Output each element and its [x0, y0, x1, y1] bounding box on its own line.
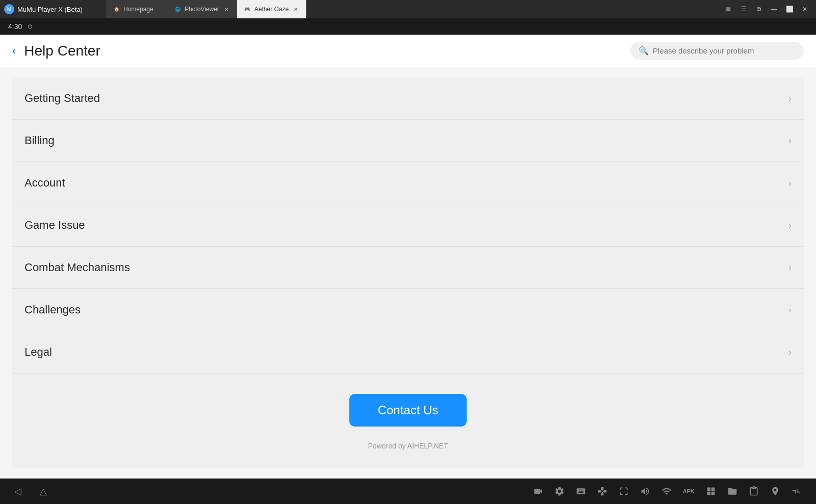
tab-label-photoviewer: PhotoViewer	[185, 6, 219, 13]
contact-us-button[interactable]: Contact Us	[349, 394, 467, 427]
search-input[interactable]	[653, 46, 796, 55]
bottom-tools: APK	[529, 483, 806, 499]
minimize-button[interactable]: —	[767, 2, 781, 16]
chevron-right-icon: ›	[788, 347, 792, 358]
main-content: ‹ Help Center 🔍 Getting Started › Billin…	[0, 35, 816, 479]
apk-icon[interactable]: APK	[679, 485, 699, 497]
chevron-right-icon: ›	[788, 262, 792, 273]
tab-homepage[interactable]: 🏠 Homepage	[106, 0, 167, 18]
menu-item-legal[interactable]: Legal ›	[12, 331, 804, 374]
location-icon[interactable]	[766, 483, 784, 499]
chevron-right-icon: ›	[788, 178, 792, 189]
tab-favicon-homepage: 🏠	[112, 5, 120, 13]
chevron-right-icon: ›	[788, 220, 792, 231]
titlebar: M MuMu Player X (Beta) 🏠 Homepage 🌐 Phot…	[0, 0, 816, 18]
tab-close-aether[interactable]: ✕	[292, 5, 300, 13]
contact-area: Contact Us	[12, 374, 804, 442]
clip-button[interactable]: ⧉	[752, 2, 766, 16]
network-icon[interactable]	[657, 483, 676, 499]
settings-icon[interactable]	[550, 483, 569, 499]
menu-item-account[interactable]: Account ›	[12, 162, 804, 204]
menu-item-getting-started[interactable]: Getting Started ›	[12, 77, 804, 120]
back-button[interactable]: ‹	[12, 44, 16, 58]
tab-label-homepage: Homepage	[123, 6, 154, 13]
search-bar[interactable]: 🔍	[630, 42, 804, 60]
tab-favicon-aether: 🎮	[243, 5, 251, 13]
tab-aether[interactable]: 🎮 Aether Gaze ✕	[237, 0, 307, 18]
bottom-nav: ◁ △	[10, 482, 51, 501]
layout-icon[interactable]	[702, 483, 720, 499]
tab-close-photoviewer[interactable]: ✕	[222, 5, 231, 13]
search-icon: 🔍	[639, 46, 649, 56]
app-title: MuMu Player X (Beta)	[17, 6, 83, 13]
content-panel: Getting Started › Billing › Account › Ga…	[12, 77, 804, 468]
app-icon: M	[4, 4, 14, 14]
bottom-bar: ◁ △ APK	[0, 479, 816, 504]
tabs-bar: 🏠 Homepage 🌐 PhotoViewer ✕ 🎮 Aether Gaze…	[106, 0, 721, 18]
clipboard-icon[interactable]	[745, 483, 763, 499]
keyboard-icon[interactable]	[572, 483, 590, 499]
header: ‹ Help Center 🔍	[0, 35, 816, 67]
close-button[interactable]: ✕	[798, 2, 812, 16]
resize-icon[interactable]	[615, 483, 633, 499]
powered-by-text: Powered by AIHELP.NET	[12, 442, 804, 458]
chevron-right-icon: ›	[788, 305, 792, 315]
tab-photoviewer[interactable]: 🌐 PhotoViewer ✕	[167, 0, 237, 18]
expand-icon[interactable]	[787, 483, 806, 499]
camera-icon[interactable]	[529, 483, 547, 499]
volume-icon[interactable]	[636, 483, 654, 499]
folder-icon[interactable]	[723, 483, 742, 499]
app-title-area: M MuMu Player X (Beta)	[4, 4, 106, 14]
menu-item-combat-mechanisms[interactable]: Combat Mechanisms ›	[12, 247, 804, 289]
restore-button[interactable]: ⬜	[782, 2, 797, 16]
mail-button[interactable]: ✉	[721, 2, 735, 16]
status-time: 4:30	[8, 22, 22, 31]
menu-item-billing[interactable]: Billing ›	[12, 120, 804, 162]
statusbar: 4:30 ⊙	[0, 18, 816, 35]
home-nav-icon[interactable]: △	[36, 482, 51, 501]
page-title: Help Center	[24, 43, 622, 59]
chevron-right-icon: ›	[788, 136, 792, 146]
status-icon: ⊙	[26, 22, 34, 31]
gamepad-icon[interactable]	[593, 483, 611, 499]
menu-item-game-issue[interactable]: Game Issue ›	[12, 204, 804, 247]
chevron-right-icon: ›	[788, 93, 792, 104]
tab-favicon-photoviewer: 🌐	[173, 5, 182, 13]
menu-item-challenges[interactable]: Challenges ›	[12, 289, 804, 331]
window-controls: ✉ ☰ ⧉ — ⬜ ✕	[721, 2, 812, 16]
back-nav-icon[interactable]: ◁	[10, 482, 26, 501]
tab-label-aether: Aether Gaze	[254, 6, 289, 13]
menu-button[interactable]: ☰	[736, 2, 751, 16]
